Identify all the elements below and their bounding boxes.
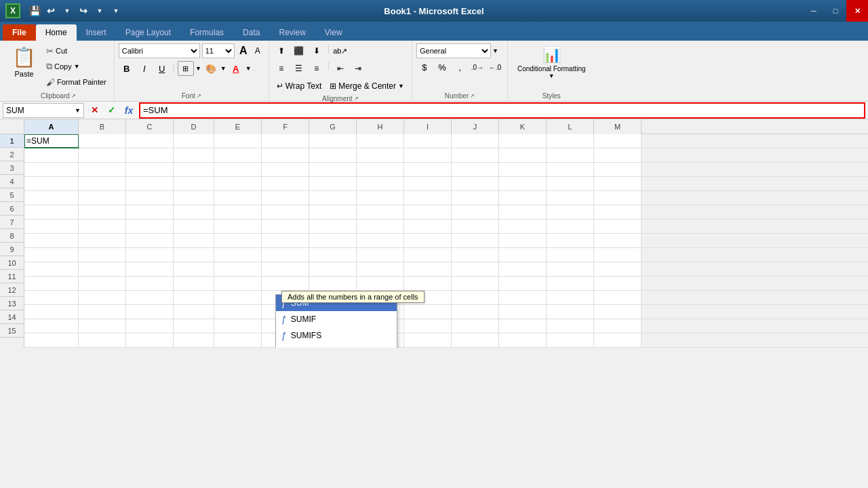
font-color-button[interactable]: A: [228, 61, 244, 76]
cell-J9[interactable]: [452, 248, 499, 262]
cell-K5[interactable]: [499, 191, 547, 205]
cell-G2[interactable]: [309, 148, 357, 162]
cell-I15[interactable]: [404, 333, 452, 347]
maximize-button[interactable]: □: [825, 0, 846, 22]
decrease-decimal-button[interactable]: ←.0: [487, 60, 503, 75]
row-header-1[interactable]: 1: [0, 134, 24, 148]
cell-D7[interactable]: [174, 220, 214, 233]
cell-I6[interactable]: [404, 205, 452, 219]
cell-E1[interactable]: [214, 134, 262, 148]
cell-B4[interactable]: [79, 177, 126, 190]
cell-J2[interactable]: [452, 148, 499, 162]
cell-L13[interactable]: [547, 305, 594, 319]
col-header-H[interactable]: H: [357, 119, 404, 134]
comma-button[interactable]: ,: [452, 60, 468, 75]
undo-button[interactable]: ↩: [43, 3, 58, 18]
cell-M12[interactable]: [594, 291, 642, 304]
cell-C12[interactable]: [126, 291, 174, 304]
font-expand-icon[interactable]: ↗: [197, 93, 201, 99]
cell-A13[interactable]: [24, 305, 79, 319]
cell-H11[interactable]: [357, 277, 404, 290]
row-header-7[interactable]: 7: [0, 216, 24, 229]
col-header-F[interactable]: F: [262, 119, 309, 134]
cell-C5[interactable]: [126, 191, 174, 205]
cell-I10[interactable]: [404, 262, 452, 276]
cell-A3[interactable]: [24, 163, 79, 176]
row-header-2[interactable]: 2: [0, 148, 24, 161]
increase-indent-button[interactable]: ⇥: [350, 61, 366, 76]
cell-B3[interactable]: [79, 163, 126, 176]
cell-L14[interactable]: [547, 319, 594, 333]
cell-M14[interactable]: [594, 319, 642, 333]
percent-button[interactable]: %: [434, 60, 450, 75]
border-dropdown[interactable]: ▼: [195, 65, 201, 72]
cell-D14[interactable]: [174, 319, 214, 333]
autocomplete-item-SUMIF[interactable]: ƒ SUMIF: [276, 311, 397, 327]
row-header-8[interactable]: 8: [0, 229, 24, 243]
cell-D3[interactable]: [174, 163, 214, 176]
cell-M2[interactable]: [594, 148, 642, 162]
cell-B8[interactable]: [79, 234, 126, 247]
cell-G7[interactable]: [309, 220, 357, 233]
cell-D5[interactable]: [174, 191, 214, 205]
cell-L12[interactable]: [547, 291, 594, 304]
cell-G6[interactable]: [309, 205, 357, 219]
cell-M11[interactable]: [594, 277, 642, 290]
cell-G1[interactable]: [309, 134, 357, 148]
cell-E8[interactable]: [214, 234, 262, 247]
cell-I1[interactable]: [404, 134, 452, 148]
col-header-J[interactable]: J: [452, 119, 499, 134]
cell-B5[interactable]: [79, 191, 126, 205]
cell-C10[interactable]: [126, 262, 174, 276]
number-format-dropdown[interactable]: ▼: [492, 47, 498, 54]
cell-B14[interactable]: [79, 319, 126, 333]
cell-M13[interactable]: [594, 305, 642, 319]
save-button[interactable]: 💾: [27, 3, 42, 18]
cell-A1[interactable]: =SUM: [24, 134, 79, 148]
cell-L4[interactable]: [547, 177, 594, 190]
format-painter-button[interactable]: 🖌 Format Painter: [43, 75, 110, 89]
cell-D4[interactable]: [174, 177, 214, 190]
cell-I9[interactable]: [404, 248, 452, 262]
undo-dropdown[interactable]: ▼: [60, 3, 75, 18]
font-color-dropdown[interactable]: ▼: [245, 65, 252, 72]
cell-J13[interactable]: [452, 305, 499, 319]
autocomplete-item-SUMIFS[interactable]: ƒ SUMIFS: [276, 327, 397, 344]
cell-H1[interactable]: [357, 134, 404, 148]
cell-J11[interactable]: [452, 277, 499, 290]
cell-K3[interactable]: [499, 163, 547, 176]
cell-A10[interactable]: [24, 262, 79, 276]
row-header-14[interactable]: 14: [0, 310, 24, 324]
cell-I5[interactable]: [404, 191, 452, 205]
cell-A8[interactable]: [24, 234, 79, 247]
row-header-15[interactable]: 15: [0, 324, 24, 338]
cell-I3[interactable]: [404, 163, 452, 176]
cell-M3[interactable]: [594, 163, 642, 176]
cell-E6[interactable]: [214, 205, 262, 219]
cell-B7[interactable]: [79, 220, 126, 233]
cell-M15[interactable]: [594, 333, 642, 347]
cell-L11[interactable]: [547, 277, 594, 290]
cell-M4[interactable]: [594, 177, 642, 190]
cell-I7[interactable]: [404, 220, 452, 233]
cell-J8[interactable]: [452, 234, 499, 247]
cell-K4[interactable]: [499, 177, 547, 190]
cell-B13[interactable]: [79, 305, 126, 319]
cell-E2[interactable]: [214, 148, 262, 162]
bold-button[interactable]: B: [119, 61, 135, 76]
row-header-9[interactable]: 9: [0, 243, 24, 256]
col-header-D[interactable]: D: [174, 119, 214, 134]
redo-dropdown[interactable]: ▼: [92, 3, 107, 18]
text-angle-button[interactable]: ab↗: [332, 43, 349, 58]
tab-file[interactable]: File: [3, 24, 36, 41]
cell-C6[interactable]: [126, 205, 174, 219]
cell-F9[interactable]: [262, 248, 309, 262]
formula-confirm-button[interactable]: ✓: [104, 103, 119, 118]
cell-K11[interactable]: [499, 277, 547, 290]
col-header-M[interactable]: M: [594, 119, 642, 134]
cell-K13[interactable]: [499, 305, 547, 319]
cell-C15[interactable]: [126, 333, 174, 347]
cell-B10[interactable]: [79, 262, 126, 276]
row-header-12[interactable]: 12: [0, 283, 24, 297]
cell-G10[interactable]: [309, 262, 357, 276]
